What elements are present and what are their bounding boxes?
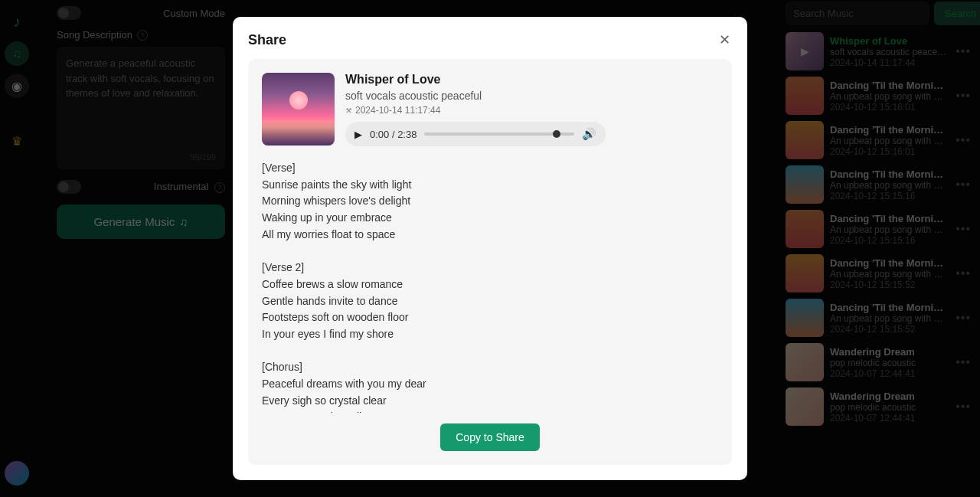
audio-time: 0:00 / 2:38: [370, 129, 416, 140]
lyrics-text: [Verse] Sunrise paints the sky with ligh…: [262, 160, 715, 413]
play-icon[interactable]: ▶: [354, 129, 362, 140]
volume-icon[interactable]: 🔊: [582, 127, 596, 141]
song-artwork: [262, 73, 335, 146]
song-timestamp: ⤧ 2024-10-14 11:17:44: [345, 105, 718, 116]
modal-card: Whisper of Love soft vocals acoustic pea…: [248, 59, 732, 465]
audio-player: ▶ 0:00 / 2:38 🔊: [345, 122, 606, 146]
overlay: ✕ Share Whisper of Love soft vocals acou…: [0, 0, 980, 497]
close-button[interactable]: ✕: [715, 31, 733, 49]
lyrics-scroll[interactable]: [Verse] Sunrise paints the sky with ligh…: [262, 160, 718, 413]
modal-title: Share: [248, 32, 732, 48]
copy-to-share-button[interactable]: Copy to Share: [440, 423, 540, 451]
progress-bar[interactable]: [424, 132, 574, 136]
card-meta: Whisper of Love soft vocals acoustic pea…: [345, 73, 718, 146]
share-icon: ⤧: [345, 106, 352, 116]
song-tags: soft vocals acoustic peaceful: [345, 90, 718, 102]
card-header: Whisper of Love soft vocals acoustic pea…: [262, 73, 718, 146]
timestamp-text: 2024-10-14 11:17:44: [355, 105, 440, 116]
song-title: Whisper of Love: [345, 73, 718, 87]
share-modal: ✕ Share Whisper of Love soft vocals acou…: [233, 17, 747, 480]
